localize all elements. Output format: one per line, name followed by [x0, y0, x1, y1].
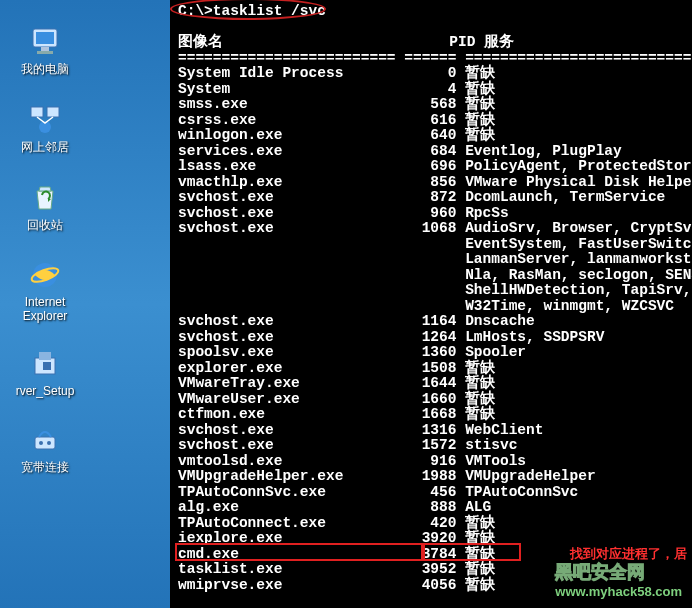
watermark-url: www.myhack58.com [555, 584, 682, 599]
desktop-icon-label: 我的电脑 [5, 61, 85, 78]
desktop-icon-label: 宽带连接 [5, 459, 85, 476]
svg-rect-2 [41, 47, 49, 51]
svg-rect-3 [37, 51, 53, 54]
my-computer-icon [29, 25, 61, 57]
svg-rect-12 [43, 362, 51, 370]
ie-icon [29, 259, 61, 291]
desktop: 我的电脑网上邻居回收站Internet Explorerrver_Setup宽带… [0, 0, 170, 608]
network-icon [29, 103, 61, 135]
desktop-icon-setup[interactable]: rver_Setup [5, 348, 85, 398]
svg-rect-4 [31, 107, 43, 117]
recycle-icon [29, 181, 61, 213]
svg-point-15 [47, 441, 51, 445]
desktop-icon-label: 回收站 [5, 217, 85, 234]
dialup-icon [29, 423, 61, 455]
desktop-icon-label: rver_Setup [5, 384, 85, 398]
svg-rect-13 [35, 437, 55, 449]
setup-icon [29, 348, 61, 380]
desktop-icon-my-computer[interactable]: 我的电脑 [5, 25, 85, 78]
watermark-title: 黑吧安全网 [555, 562, 645, 582]
desktop-icon-recycle[interactable]: 回收站 [5, 181, 85, 234]
desktop-icon-dialup[interactable]: 宽带连接 [5, 423, 85, 476]
watermark: 黑吧安全网 www.myhack58.com [555, 560, 682, 599]
desktop-icon-network[interactable]: 网上邻居 [5, 103, 85, 156]
desktop-icon-label: 网上邻居 [5, 139, 85, 156]
svg-rect-1 [36, 32, 54, 44]
desktop-icon-label: Internet Explorer [5, 295, 85, 323]
svg-rect-5 [47, 107, 59, 117]
desktop-icon-ie[interactable]: Internet Explorer [5, 259, 85, 323]
command-prompt-window[interactable]: C:\>tasklist /svc 图像名 PID 服务 ===========… [170, 0, 692, 608]
svg-point-14 [39, 441, 43, 445]
svg-rect-11 [39, 352, 51, 360]
